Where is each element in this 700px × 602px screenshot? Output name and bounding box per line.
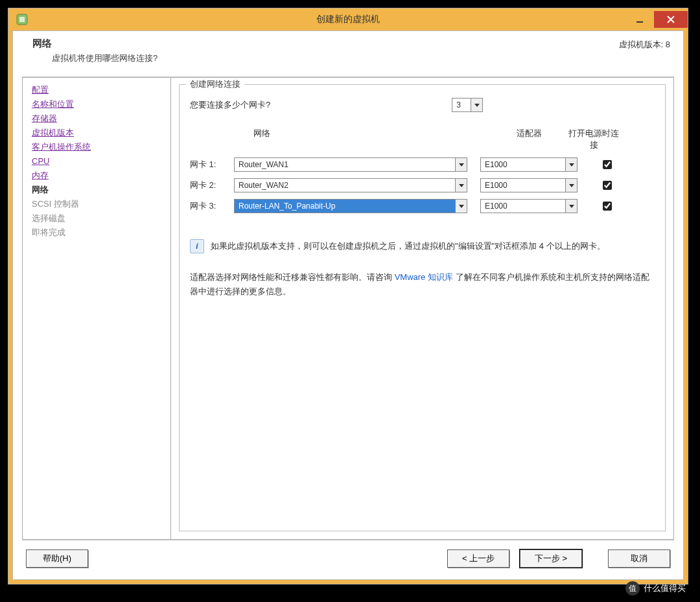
nic-count-value: 3: [452, 98, 471, 111]
columns-header: 网络 适配器 打开电源时连接: [190, 128, 655, 151]
cancel-button[interactable]: 取消: [608, 550, 670, 568]
chevron-down-icon: [471, 98, 482, 111]
main-panel: 创建网络连接 您要连接多少个网卡? 3 网络 适配器: [171, 77, 674, 540]
sidebar-item-5[interactable]: CPU: [32, 154, 170, 168]
nic-connect-checkbox-1[interactable]: [603, 160, 612, 169]
window-title: 创建新的虚拟机: [8, 14, 688, 25]
watermark: 值 什么值得买: [625, 581, 686, 596]
nic-label: 网卡 2:: [190, 179, 234, 191]
window-controls: [625, 11, 688, 28]
adapter-note: 适配器选择对网络性能和迁移兼容性都有影响。请咨询 VMware 知识库 了解在不…: [190, 270, 655, 299]
sidebar-item-1[interactable]: 名称和位置: [32, 97, 170, 111]
nic-row-3: 网卡 3:Router-LAN_To_Panabit-UpE1000: [190, 199, 655, 213]
network-groupbox: 创建网络连接 您要连接多少个网卡? 3 网络 适配器: [179, 84, 666, 531]
chevron-down-icon: [455, 200, 467, 213]
nic-adapter-value: E1000: [481, 158, 565, 171]
sidebar-item-4[interactable]: 客户机操作系统: [32, 140, 170, 154]
nic-network-value: Router-LAN_To_Panabit-Up: [235, 200, 455, 213]
nic-connect-checkbox-3[interactable]: [603, 202, 612, 211]
nic-row-1: 网卡 1:Router_WAN1E1000: [190, 157, 655, 172]
col-network: 网络: [234, 128, 467, 151]
nic-adapter-select-2[interactable]: E1000: [480, 178, 578, 192]
nic-network-select-3[interactable]: Router-LAN_To_Panabit-Up: [234, 199, 467, 213]
chevron-down-icon: [565, 179, 577, 192]
titlebar[interactable]: 创建新的虚拟机: [8, 8, 688, 30]
svg-rect-1: [19, 17, 25, 22]
col-poweron: 打开电源时连接: [565, 128, 623, 151]
nic-network-value: Router_WAN1: [235, 158, 455, 171]
header-divider: [13, 72, 683, 73]
nic-network-select-2[interactable]: Router_WAN2: [234, 178, 467, 192]
chevron-down-icon: [565, 200, 577, 213]
sidebar-item-8: SCSI 控制器: [32, 197, 170, 211]
info-icon: i: [190, 239, 204, 253]
close-button[interactable]: [654, 11, 688, 28]
nic-adapter-select-3[interactable]: E1000: [480, 199, 578, 213]
sidebar-item-10: 即将完成: [32, 226, 170, 240]
client-area: 网络 虚拟机将使用哪些网络连接? 虚拟机版本: 8 配置名称和位置存储器虚拟机版…: [12, 30, 684, 580]
nic-row-2: 网卡 2:Router_WAN2E1000: [190, 178, 655, 192]
info-row: i 如果此虚拟机版本支持，则可以在创建虚拟机之后，通过虚拟机的"编辑设置"对话框…: [190, 239, 655, 253]
chevron-down-icon: [455, 158, 467, 171]
chevron-down-icon: [455, 179, 467, 192]
nic-count-select[interactable]: 3: [452, 98, 483, 112]
col-adapter: 适配器: [467, 128, 565, 151]
nic-label: 网卡 1:: [190, 159, 234, 170]
watermark-badge: 值: [625, 581, 640, 596]
sidebar-item-7: 网络: [32, 183, 170, 197]
page-subtitle: 虚拟机将使用哪些网络连接?: [52, 52, 158, 64]
sidebar-item-3[interactable]: 虚拟机版本: [32, 126, 170, 140]
minimize-button[interactable]: [625, 11, 654, 28]
wizard-sidebar: 配置名称和位置存储器虚拟机版本客户机操作系统CPU内存网络SCSI 控制器选择磁…: [22, 77, 171, 540]
back-button[interactable]: < 上一步: [447, 550, 509, 568]
nic-adapter-value: E1000: [481, 179, 565, 192]
help-button[interactable]: 帮助(H): [26, 550, 88, 568]
nic-adapter-select-1[interactable]: E1000: [480, 157, 578, 172]
nic-network-value: Router_WAN2: [235, 179, 455, 192]
note-prefix: 适配器选择对网络性能和迁移兼容性都有影响。请咨询: [190, 272, 395, 282]
nic-adapter-value: E1000: [481, 200, 565, 213]
sidebar-item-2[interactable]: 存储器: [32, 111, 170, 126]
content-area: 配置名称和位置存储器虚拟机版本客户机操作系统CPU内存网络SCSI 控制器选择磁…: [22, 76, 674, 540]
sidebar-item-9: 选择磁盘: [32, 211, 170, 226]
app-icon: [14, 11, 30, 28]
page-header: 网络 虚拟机将使用哪些网络连接? 虚拟机版本: 8: [13, 31, 683, 68]
sidebar-item-6[interactable]: 内存: [32, 168, 170, 183]
watermark-text: 什么值得买: [644, 583, 686, 594]
nic-connect-checkbox-2[interactable]: [603, 181, 612, 190]
sidebar-item-0[interactable]: 配置: [32, 83, 170, 97]
window-frame: 创建新的虚拟机 网络 虚拟机将使用哪些网络连接? 虚拟机版本: 8 配置名称和位…: [8, 8, 688, 585]
next-button[interactable]: 下一步 >: [520, 550, 582, 568]
chevron-down-icon: [565, 158, 577, 171]
nic-label: 网卡 3:: [190, 200, 234, 212]
nic-count-question: 您要连接多少个网卡?: [190, 99, 270, 111]
page-title: 网络: [32, 38, 158, 50]
nic-network-select-1[interactable]: Router_WAN1: [234, 157, 467, 172]
kb-link[interactable]: VMware 知识库: [395, 272, 453, 282]
footer: 帮助(H) < 上一步 下一步 > 取消: [13, 540, 683, 579]
vm-version-label: 虚拟机版本: 8: [619, 38, 670, 51]
groupbox-legend: 创建网络连接: [186, 78, 244, 90]
info-text: 如果此虚拟机版本支持，则可以在创建虚拟机之后，通过虚拟机的"编辑设置"对话框添加…: [211, 239, 655, 253]
